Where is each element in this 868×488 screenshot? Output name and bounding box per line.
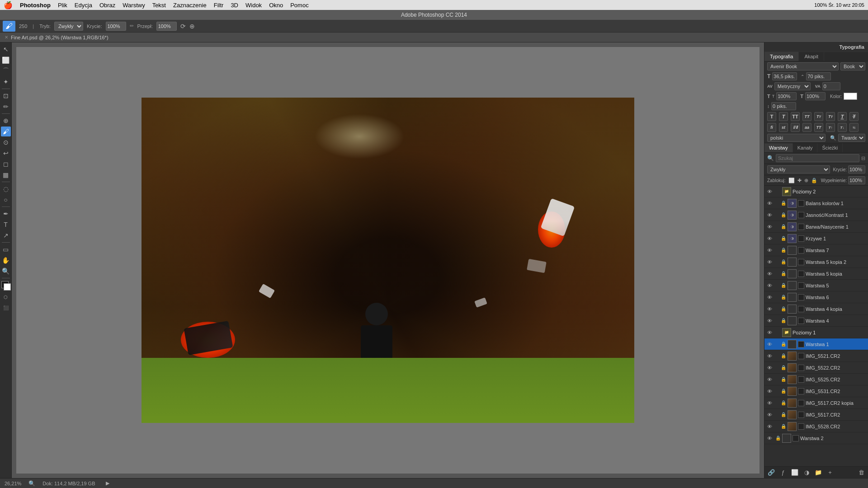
layer-item[interactable]: 👁 🔒 Warstwa 4 kopia [764,303,868,315]
selection-tool[interactable]: ⬜ [1,55,11,65]
baseline-input[interactable] [771,102,796,110]
frac-btn[interactable]: ½ [849,123,859,132]
uppercase-btn[interactable]: TT [791,112,800,121]
italic-btn[interactable]: T [779,112,788,121]
tab-sciezki[interactable]: Ścieżki [817,143,843,152]
blur-tool[interactable]: ◌ [1,184,11,194]
add-layer-btn[interactable]: + [826,469,834,477]
lig-btn3[interactable]: Ⅰ/Ⅱ [791,123,800,132]
fill-input[interactable] [848,176,865,184]
layer-visibility-icon[interactable]: 👁 [766,224,773,230]
layer-visibility-icon[interactable]: 👁 [766,329,773,336]
lig-btn4[interactable]: aa [802,123,811,132]
lock-move-icon[interactable]: ✚ [797,178,802,183]
blend-mode-select[interactable]: Zwykły [767,165,830,174]
delete-layer-btn[interactable]: 🗑 [857,469,865,477]
lig-btn7[interactable]: T↓ [838,123,847,132]
color-swatch[interactable] [844,93,857,100]
scale-h-input[interactable] [776,92,797,100]
menu-obraz[interactable]: Obraz [99,2,115,9]
lig-btn1[interactable]: fi [767,123,776,132]
layer-visibility-icon[interactable]: 👁 [766,306,773,312]
lig-btn2[interactable]: st [779,123,788,132]
add-adjustment-btn[interactable]: ◑ [802,469,811,477]
magic-wand-tool[interactable]: ✦ [1,77,11,87]
dodge-tool[interactable]: ○ [1,195,11,205]
lig-btn5[interactable]: TT [814,123,823,132]
tracking-input[interactable] [822,82,840,90]
layer-item[interactable]: 👁 🔒 Warstwa 4 [764,315,868,327]
layer-visibility-icon[interactable]: 👁 [766,282,773,289]
menu-zaznaczenie[interactable]: Zaznaczenie [173,2,207,9]
layer-item[interactable]: 👁 🔒 IMG_5521.CR2 [764,350,868,362]
eyedropper-tool[interactable]: ✏ [1,102,11,112]
smallcaps-btn[interactable]: TT [802,112,811,121]
layer-visibility-icon[interactable]: 👁 [766,200,773,206]
subscript-btn[interactable]: TT [826,112,835,121]
layer-visibility-icon[interactable]: 👁 [766,376,773,383]
przepl-input[interactable] [156,22,177,31]
screen-mode[interactable]: ⬛ [1,303,11,313]
layer-visibility-icon[interactable]: 👁 [766,271,773,277]
layer-visibility-icon[interactable]: 👁 [766,365,773,371]
brush-tool-icon[interactable]: 🖌 [3,21,15,32]
scale-v-input[interactable] [805,92,826,100]
photo-canvas[interactable] [142,98,634,423]
eraser-tool[interactable]: ◻ [1,159,11,169]
layer-item[interactable]: 👁 🔒 ◑ Balans kolorów 1 [764,197,868,209]
layer-visibility-icon[interactable]: 👁 [766,235,773,242]
layer-visibility-icon[interactable]: 👁 [766,341,773,347]
layer-visibility-icon[interactable]: 👁 [766,435,773,441]
layer-visibility-icon[interactable]: 👁 [766,188,773,195]
filter-icon[interactable]: ⊟ [861,155,865,161]
layer-item[interactable]: 👁 🔒 Warstwa 5 kopia [764,268,868,280]
tab-akapit[interactable]: Akapit [799,52,824,61]
brush-tool[interactable]: 🖌 [1,127,11,136]
layer-item[interactable]: 👁 🔒 IMG_5517.CR2 [764,409,868,421]
layer-visibility-icon[interactable]: 👁 [766,388,773,394]
superscript-btn[interactable]: TT [814,112,823,121]
leading-input[interactable] [806,72,831,80]
path-select-tool[interactable]: ↗ [1,230,11,240]
add-mask-btn[interactable]: ⬜ [791,469,799,477]
layer-item[interactable]: 👁 🔒 Warstwa 2 [764,432,868,444]
menu-edycja[interactable]: Edycja [75,2,92,9]
layer-item[interactable]: 👁 🔒 Warstwa 1 [764,338,868,350]
crop-tool[interactable]: ⊡ [1,91,11,101]
layer-item[interactable]: 👁 🔒 IMG_5517.CR2 kopia [764,397,868,409]
hand-tool[interactable]: ✋ [1,255,11,265]
background-color[interactable] [4,283,11,291]
menu-warstwy[interactable]: Warstwy [123,2,145,9]
layer-item[interactable]: 👁 🔒 IMG_5528.CR2 [764,421,868,432]
lock-artboard-icon[interactable]: ⊕ [804,178,808,183]
tab-typografia[interactable]: Typografia [764,52,799,61]
tab-kanaly[interactable]: Kanały [793,143,818,152]
layer-item[interactable]: 👁 🔒 ◑ Krzywe 1 [764,233,868,244]
playback-icon[interactable]: ▶ [106,480,109,486]
heal-tool[interactable]: ⊕ [1,116,11,126]
menu-filtr[interactable]: Filtr [214,2,224,9]
layer-item[interactable]: 👁 📁 Poziomy 2 [764,186,868,197]
zoom-tool[interactable]: 🔍 [1,266,11,276]
language-select[interactable]: polski [767,134,826,142]
aa-select[interactable]: Twarde [838,134,865,142]
text-tool[interactable]: T [1,220,11,230]
layer-visibility-icon[interactable]: 👁 [766,353,773,359]
pen-tool[interactable]: ✒ [1,209,11,219]
tab-warstwy[interactable]: Warstwy [764,143,793,152]
layer-item[interactable]: 👁 🔒 Warstwa 5 [764,280,868,291]
layer-item[interactable]: 👁 🔒 Warstwa 6 [764,291,868,303]
menu-3d[interactable]: 3D [231,2,238,9]
layer-visibility-icon[interactable]: 👁 [766,212,773,218]
underline-btn[interactable]: T [838,112,847,121]
layer-item[interactable]: 👁 🔒 Warstwa 7 [764,244,868,256]
menu-widok[interactable]: Widok [245,2,262,9]
tryb-select[interactable]: Zwykły [54,22,83,31]
layer-item[interactable]: 👁 🔒 ◑ Barwa/Nasycenie 1 [764,221,868,233]
font-weight-select[interactable]: Book [840,62,865,70]
apple-menu[interactable]: 🍎 [4,1,13,9]
add-group-btn[interactable]: 📁 [814,469,822,477]
krycie-input[interactable] [106,22,126,31]
layer-visibility-icon[interactable]: 👁 [766,259,773,265]
move-tool[interactable]: ↖ [1,44,11,54]
